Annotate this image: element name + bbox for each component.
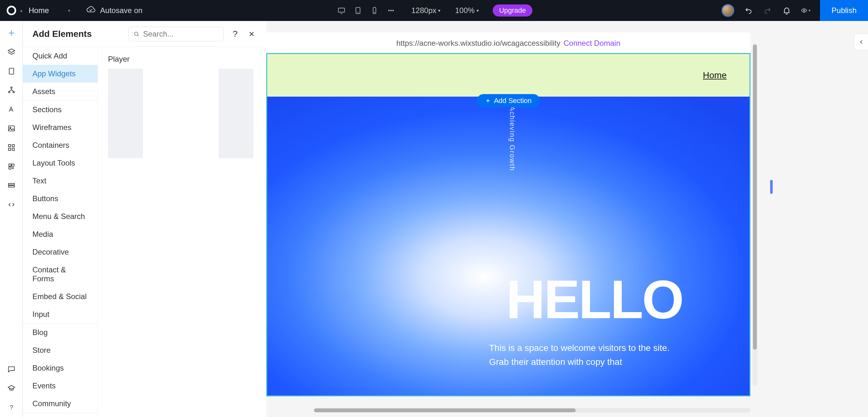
typography-icon[interactable] <box>0 100 23 119</box>
page-selector[interactable]: Home ▾ <box>29 6 70 15</box>
site-structure-icon[interactable] <box>0 81 23 100</box>
code-icon[interactable] <box>0 195 23 214</box>
search-icon <box>133 30 140 38</box>
help-icon[interactable]: ? <box>230 29 240 39</box>
autosave-status[interactable]: Autosave on <box>86 5 142 16</box>
layers-icon[interactable] <box>0 42 23 62</box>
cat-input[interactable]: Input <box>23 305 97 323</box>
pages-icon[interactable] <box>0 62 23 81</box>
cat-community[interactable]: Community <box>23 395 97 413</box>
top-right-controls: ▾ Publish <box>721 0 868 21</box>
cat-buttons[interactable]: Buttons <box>23 190 97 208</box>
panel-body: Quick Add App Widgets Assets Sections Wi… <box>23 47 266 417</box>
svg-point-2 <box>358 12 358 13</box>
cat-blog[interactable]: Blog <box>23 324 97 341</box>
svg-point-26 <box>134 32 138 35</box>
tablet-icon[interactable] <box>352 5 364 16</box>
chevron-down-icon: ▾ <box>438 8 440 13</box>
preview-label: Player <box>108 55 256 64</box>
hero-title[interactable]: HELLO <box>506 268 683 331</box>
upgrade-button[interactable]: Upgrade <box>493 4 532 17</box>
scrollbar-thumb[interactable] <box>314 409 576 412</box>
hero-subtitle[interactable]: This is a space to welcome visitors to t… <box>489 341 683 369</box>
connect-domain-link[interactable]: Connect Domain <box>564 39 620 48</box>
cat-media[interactable]: Media <box>23 225 97 243</box>
redo-icon[interactable] <box>763 6 772 15</box>
svg-point-6 <box>391 10 392 11</box>
comments-icon[interactable] <box>0 360 23 379</box>
help-icon[interactable]: ? <box>0 398 23 417</box>
svg-rect-16 <box>12 145 14 147</box>
avatar[interactable] <box>721 4 734 17</box>
learn-icon[interactable] <box>0 379 23 398</box>
cat-containers[interactable]: Containers <box>23 136 97 154</box>
search-input-wrap[interactable] <box>128 27 224 41</box>
cat-bookings[interactable]: Bookings <box>23 359 97 377</box>
widget-preview[interactable] <box>108 69 253 158</box>
inspector-scroll-indicator[interactable] <box>770 180 773 194</box>
cat-assets[interactable]: Assets <box>23 83 97 100</box>
page-frame[interactable]: Add Section Home Achieving Growth HELLO … <box>266 53 750 396</box>
preview-icon[interactable]: ▾ <box>801 6 810 15</box>
cat-app-widgets[interactable]: App Widgets <box>23 65 97 83</box>
svg-rect-21 <box>8 167 11 169</box>
close-icon[interactable] <box>247 29 257 39</box>
svg-point-5 <box>389 10 390 11</box>
svg-rect-22 <box>8 183 14 185</box>
url-bar: https://acne-works.wixstudio.io/wcagacce… <box>266 32 750 53</box>
category-group: Sections Wireframes Containers Layout To… <box>23 101 97 324</box>
preview-column: Player <box>98 47 266 417</box>
site-header[interactable]: Home <box>267 54 749 97</box>
cat-text[interactable]: Text <box>23 172 97 190</box>
svg-point-11 <box>8 92 10 93</box>
bell-icon[interactable] <box>782 6 792 15</box>
app-logo[interactable]: ▾ <box>0 0 23 21</box>
apps-icon[interactable] <box>0 138 23 157</box>
svg-rect-0 <box>338 8 345 12</box>
chevron-down-icon: ▾ <box>476 8 479 13</box>
svg-point-7 <box>393 10 394 11</box>
panel-title: Add Elements <box>32 29 92 39</box>
horizontal-scrollbar[interactable] <box>314 408 750 413</box>
desktop-icon[interactable] <box>336 5 347 16</box>
scrollbar-thumb[interactable] <box>753 44 757 350</box>
add-section-button[interactable]: Add Section <box>477 94 540 108</box>
hero-section[interactable]: Achieving Growth HELLO This is a space t… <box>267 97 749 396</box>
cloud-icon <box>86 5 96 16</box>
undo-icon[interactable] <box>744 6 753 15</box>
svg-rect-17 <box>8 148 10 150</box>
preview-pane <box>219 69 253 158</box>
cat-contact-forms[interactable]: Contact & Forms <box>23 261 97 288</box>
cms-icon[interactable] <box>0 176 23 195</box>
media-icon[interactable] <box>0 119 23 138</box>
add-section-label: Add Section <box>494 97 532 105</box>
site-url: https://acne-works.wixstudio.io/wcagacce… <box>397 39 560 48</box>
cat-layout-tools[interactable]: Layout Tools <box>23 154 97 172</box>
preview-pane <box>143 69 219 158</box>
cat-store[interactable]: Store <box>23 341 97 359</box>
cat-menu-search[interactable]: Menu & Search <box>23 208 97 225</box>
nav-link-home[interactable]: Home <box>703 70 726 81</box>
cat-wireframes[interactable]: Wireframes <box>23 119 97 136</box>
svg-point-8 <box>804 10 805 11</box>
zoom-level[interactable]: 100%▾ <box>455 6 478 15</box>
inspector-toggle[interactable] <box>854 34 868 50</box>
cat-embed-social[interactable]: Embed & Social <box>23 288 97 305</box>
category-column: Quick Add App Widgets Assets Sections Wi… <box>23 47 98 417</box>
search-input[interactable] <box>143 30 219 38</box>
vertical-scrollbar[interactable] <box>752 43 757 386</box>
mobile-icon[interactable] <box>369 5 380 16</box>
logo-icon <box>7 6 16 15</box>
cat-sections[interactable]: Sections <box>23 101 97 119</box>
add-elements-icon[interactable] <box>0 24 23 42</box>
svg-point-4 <box>374 12 375 13</box>
publish-button[interactable]: Publish <box>820 0 868 21</box>
autosave-label: Autosave on <box>100 6 142 15</box>
more-breakpoints-icon[interactable] <box>385 5 397 16</box>
canvas-width[interactable]: 1280px▾ <box>411 6 441 15</box>
app-market-icon[interactable] <box>0 157 23 176</box>
cat-events[interactable]: Events <box>23 377 97 395</box>
cat-quick-add[interactable]: Quick Add <box>23 47 97 65</box>
chevron-down-icon: ▾ <box>809 8 810 13</box>
cat-decorative[interactable]: Decorative <box>23 243 97 261</box>
